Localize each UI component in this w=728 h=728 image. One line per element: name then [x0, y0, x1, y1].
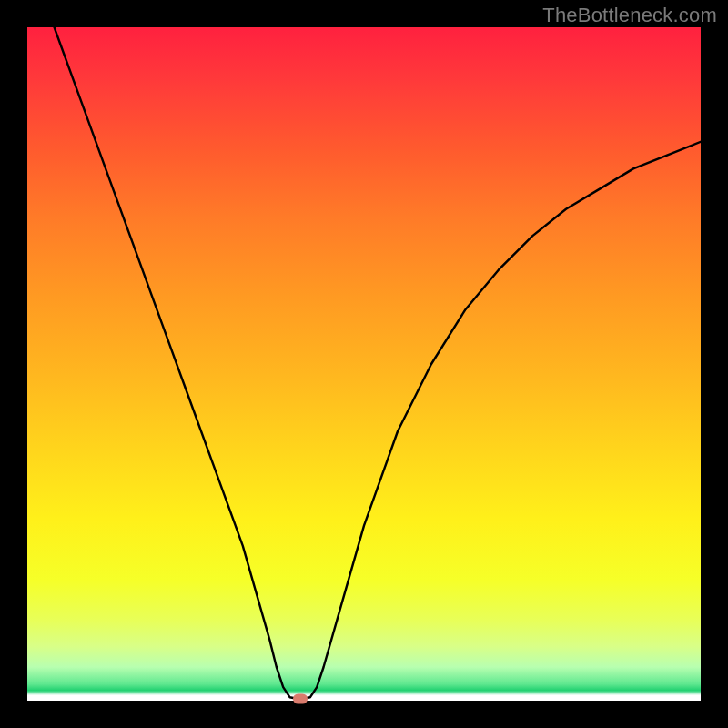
- watermark-text: TheBottleneck.com: [542, 4, 717, 27]
- plot-area: [27, 27, 701, 701]
- chart-frame: TheBottleneck.com: [0, 0, 728, 728]
- bottleneck-curve: [27, 27, 701, 701]
- minimum-marker: [293, 693, 308, 703]
